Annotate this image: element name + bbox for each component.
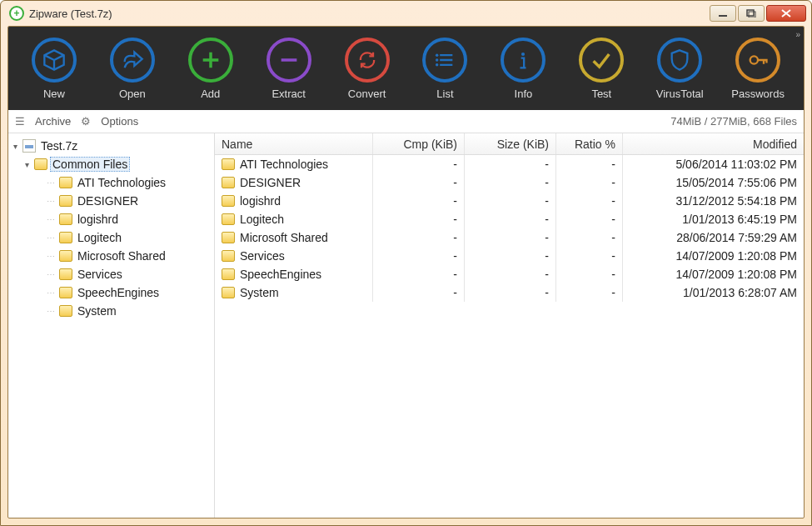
tree-node[interactable]: ⋯DESIGNER bbox=[10, 192, 212, 210]
tree-guide: ⋯ bbox=[45, 307, 57, 316]
tree-node[interactable]: ⋯ATI Technologies bbox=[10, 173, 212, 192]
cell-ratio: - bbox=[556, 247, 623, 265]
test-button[interactable]: Test bbox=[564, 38, 639, 100]
collapse-icon[interactable]: ▾ bbox=[22, 160, 32, 169]
tree-node[interactable]: ⋯logishrd bbox=[10, 210, 212, 228]
passwords-button[interactable]: Passwords bbox=[720, 38, 795, 100]
window-title: Zipware (Test.7z) bbox=[29, 8, 710, 20]
maximize-icon bbox=[746, 9, 756, 18]
cell-name: System bbox=[240, 286, 279, 299]
minimize-icon bbox=[718, 9, 728, 18]
svg-point-4 bbox=[436, 58, 439, 62]
archive-menu[interactable]: Archive bbox=[35, 115, 71, 128]
folder-icon bbox=[222, 213, 235, 225]
col-name[interactable]: Name bbox=[215, 133, 373, 154]
titlebar: + Zipware (Test.7z) bbox=[1, 1, 811, 26]
table-row[interactable]: DESIGNER---15/05/2014 7:55:06 PM bbox=[215, 173, 804, 192]
table-row[interactable]: logishrd---31/12/2012 5:54:18 PM bbox=[215, 192, 804, 210]
tree-node-selected[interactable]: ▾ Common Files bbox=[10, 155, 212, 173]
cell-size: - bbox=[465, 283, 556, 302]
folder-tree[interactable]: ▾ Test.7z ▾ Common Files ⋯ATI Technologi… bbox=[8, 133, 215, 518]
tree-node[interactable]: ⋯Services bbox=[10, 265, 212, 283]
tree-node-label: Logitech bbox=[75, 231, 124, 244]
window-controls bbox=[710, 5, 806, 22]
col-ratio[interactable]: Ratio % bbox=[556, 133, 623, 154]
col-size[interactable]: Size (KiB) bbox=[465, 133, 556, 154]
toolbar-overflow-icon[interactable]: » bbox=[795, 30, 799, 39]
tree-guide: ⋯ bbox=[45, 252, 57, 261]
tree-node[interactable]: ⋯Logitech bbox=[10, 228, 212, 247]
cell-modified: 1/01/2013 6:28:07 AM bbox=[623, 283, 804, 302]
maximize-button[interactable] bbox=[738, 5, 765, 22]
column-headers[interactable]: Name Cmp (KiB) Size (KiB) Ratio % Modifi… bbox=[215, 133, 804, 155]
table-row[interactable]: Microsoft Shared---28/06/2014 7:59:29 AM bbox=[215, 228, 804, 247]
close-icon bbox=[780, 8, 792, 18]
folder-icon bbox=[59, 250, 72, 262]
folder-icon bbox=[222, 232, 235, 243]
folder-icon bbox=[59, 213, 72, 225]
cell-modified: 1/01/2013 6:45:19 PM bbox=[623, 210, 804, 228]
minimize-button[interactable] bbox=[710, 5, 736, 22]
tree-node[interactable]: ⋯System bbox=[10, 302, 212, 320]
file-list-body[interactable]: ATI Technologies---5/06/2014 11:03:02 PM… bbox=[215, 155, 804, 518]
svg-point-6 bbox=[521, 52, 525, 55]
toolbar-label: Info bbox=[515, 88, 533, 100]
table-row[interactable]: SpeechEngines---14/07/2009 1:20:08 PM bbox=[215, 265, 804, 283]
key-icon bbox=[746, 48, 770, 72]
folder-icon bbox=[59, 177, 72, 188]
main-toolbar: » New Open Add Extract Convert bbox=[8, 27, 804, 110]
col-cmp[interactable]: Cmp (KiB) bbox=[373, 133, 465, 154]
tree-node-label: logishrd bbox=[75, 213, 121, 226]
cell-cmp: - bbox=[373, 247, 465, 265]
cube-icon bbox=[42, 48, 66, 72]
tree-root-label: Test.7z bbox=[38, 139, 80, 153]
table-row[interactable]: System---1/01/2013 6:28:07 AM bbox=[215, 283, 804, 302]
app-body: » New Open Add Extract Convert bbox=[7, 26, 805, 518]
tree-node[interactable]: ⋯SpeechEngines bbox=[10, 283, 212, 302]
svg-point-7 bbox=[750, 56, 758, 63]
shield-icon bbox=[668, 48, 691, 72]
toolbar-label: New bbox=[43, 88, 65, 100]
split-pane: ▾ Test.7z ▾ Common Files ⋯ATI Technologi… bbox=[8, 133, 804, 518]
extract-button[interactable]: Extract bbox=[252, 38, 326, 100]
options-menu[interactable]: Options bbox=[101, 115, 138, 128]
tree-guide: ⋯ bbox=[45, 233, 57, 243]
open-button[interactable]: Open bbox=[95, 38, 170, 100]
tree-guide: ⋯ bbox=[45, 215, 57, 224]
tree-node-label: DESIGNER bbox=[75, 194, 141, 208]
table-row[interactable]: Logitech---1/01/2013 6:45:19 PM bbox=[215, 210, 804, 228]
table-row[interactable]: Services---14/07/2009 1:20:08 PM bbox=[215, 247, 804, 265]
cell-cmp: - bbox=[373, 173, 465, 192]
virustotal-button[interactable]: VirusTotal bbox=[642, 38, 717, 100]
tree-node-label: Microsoft Shared bbox=[75, 249, 168, 263]
cell-modified: 14/07/2009 1:20:08 PM bbox=[623, 247, 804, 265]
folder-icon bbox=[222, 195, 235, 207]
tree-guide: ⋯ bbox=[45, 178, 57, 188]
cell-cmp: - bbox=[373, 265, 465, 283]
list-icon bbox=[433, 48, 456, 72]
tree-node-label: SpeechEngines bbox=[75, 286, 162, 299]
add-button[interactable]: Add bbox=[173, 38, 248, 100]
info-button[interactable]: Info bbox=[486, 38, 560, 100]
folder-icon bbox=[222, 158, 235, 170]
cell-ratio: - bbox=[556, 192, 623, 210]
list-button[interactable]: List bbox=[408, 38, 483, 100]
folder-icon bbox=[59, 305, 72, 317]
new-button[interactable]: New bbox=[17, 38, 92, 100]
table-row[interactable]: ATI Technologies---5/06/2014 11:03:02 PM bbox=[215, 155, 804, 173]
cell-ratio: - bbox=[556, 228, 623, 247]
cell-ratio: - bbox=[556, 173, 623, 192]
tree-root[interactable]: ▾ Test.7z bbox=[10, 137, 212, 155]
folder-icon bbox=[222, 177, 235, 188]
tree-node[interactable]: ⋯Microsoft Shared bbox=[10, 247, 212, 265]
collapse-icon[interactable]: ▾ bbox=[10, 142, 20, 151]
app-icon: + bbox=[9, 6, 24, 21]
folder-icon bbox=[59, 268, 72, 280]
toolbar-label: Add bbox=[201, 88, 220, 100]
col-modified[interactable]: Modified bbox=[623, 133, 804, 154]
cell-name: DESIGNER bbox=[240, 176, 301, 189]
info-icon bbox=[511, 48, 535, 72]
convert-button[interactable]: Convert bbox=[330, 38, 405, 100]
close-button[interactable] bbox=[766, 5, 806, 22]
cell-cmp: - bbox=[373, 192, 465, 210]
